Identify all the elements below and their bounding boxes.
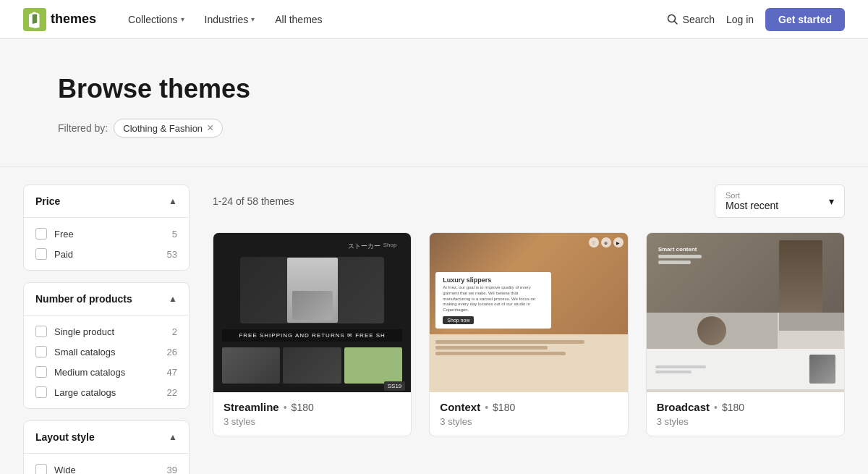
price-free-option[interactable]: Free 5 — [24, 224, 189, 244]
small-catalogs-checkbox[interactable] — [35, 346, 47, 357]
context-line-2 — [435, 346, 547, 350]
single-product-count: 2 — [172, 326, 177, 337]
broadcast-bottom-grid — [647, 313, 844, 349]
shipping-banner: FREE SHIPPING AND RETURNS ✉ FREE SH — [222, 329, 402, 342]
broadcast-circle-img — [697, 316, 726, 345]
broadcast-line-2 — [658, 261, 691, 264]
context-styles: 3 styles — [440, 416, 617, 427]
get-started-button[interactable]: Get started — [765, 8, 845, 31]
context-preview: ♡ ⊕ ▶ Luxury slippers At Inez, our goal … — [430, 233, 627, 392]
sort-value: Most recent — [726, 200, 778, 211]
themes-grid: ストーカー Shop FREE SHIPPING AND RETURNS ✉ F… — [213, 232, 845, 436]
nav-right: Search Log in Get started — [667, 8, 845, 31]
broadcast-price: $180 — [722, 402, 744, 413]
context-price: $180 — [493, 402, 515, 413]
layout-section-title: Layout style — [35, 431, 95, 443]
products-options: Single product 2 Small catalogs 26 Mediu… — [24, 316, 189, 408]
context-card-info: Context • $180 3 styles — [430, 392, 627, 436]
streamline-thumb-2 — [283, 347, 341, 384]
industries-label: Industries — [205, 14, 249, 25]
price-paid-label: Paid — [54, 249, 73, 260]
filter-tag-label: Clothing & Fashion — [123, 123, 203, 134]
streamline-card-info: Streamline • $180 3 styles — [213, 392, 411, 436]
streamline-name-link[interactable]: Streamline — [224, 401, 279, 413]
broadcast-left-img — [647, 313, 778, 349]
medium-catalogs-count: 47 — [167, 367, 177, 378]
price-options: Free 5 Paid 53 — [24, 218, 189, 270]
sidebar: Price ▲ Free 5 Paid 53 — [23, 185, 190, 474]
broadcast-preview: Smart content — [647, 233, 844, 392]
price-paid-checkbox[interactable] — [35, 248, 47, 260]
broadcast-right-panels — [779, 313, 844, 349]
single-product-option[interactable]: Single product 2 — [24, 321, 189, 342]
logo-link[interactable]: themes — [23, 8, 96, 31]
layout-chevron-icon: ▲ — [169, 432, 177, 442]
wide-checkbox[interactable] — [35, 464, 47, 474]
remove-filter-icon[interactable]: × — [207, 122, 213, 134]
price-paid-count: 53 — [167, 249, 177, 260]
context-line-1 — [435, 340, 584, 344]
context-icon-2: ⊕ — [601, 237, 611, 247]
layout-section-header[interactable]: Layout style ▲ — [24, 421, 189, 454]
products-filter-section: Number of products ▲ Single product 2 Sm… — [23, 282, 190, 409]
streamline-thumb-1 — [222, 347, 280, 384]
context-line-3 — [435, 352, 566, 355]
theme-card-streamline[interactable]: ストーカー Shop FREE SHIPPING AND RETURNS ✉ F… — [213, 232, 412, 436]
all-themes-label: All themes — [275, 14, 322, 25]
small-catalogs-option[interactable]: Small catalogs 26 — [24, 342, 189, 362]
shopify-logo-icon — [23, 8, 46, 31]
large-catalogs-count: 22 — [167, 387, 177, 398]
context-icon-1: ♡ — [589, 237, 599, 247]
login-button[interactable]: Log in — [726, 14, 754, 25]
broadcast-section-bottom — [647, 349, 844, 389]
context-icon-3: ▶ — [613, 237, 624, 247]
price-free-label: Free — [54, 229, 74, 240]
broadcast-section-img — [809, 355, 835, 384]
broadcast-name-link[interactable]: Broadcast — [657, 401, 710, 413]
broadcast-section-line-2 — [655, 371, 692, 373]
filtered-by-label: Filtered by: — [58, 122, 108, 134]
streamline-price: $180 — [292, 402, 314, 413]
context-overlay: Luxury slippers At Inez, our goal is to … — [435, 272, 551, 329]
price-free-checkbox[interactable] — [35, 228, 47, 240]
price-section-title: Price — [35, 195, 60, 207]
context-name-link[interactable]: Context — [440, 401, 480, 413]
large-catalogs-option[interactable]: Large catalogs 22 — [24, 382, 189, 402]
large-catalogs-checkbox[interactable] — [35, 386, 47, 398]
broadcast-text-overlay: Smart content — [658, 246, 716, 266]
medium-catalogs-option[interactable]: Medium catalogs 47 — [24, 362, 189, 382]
broadcast-smart-label: Smart content — [658, 246, 716, 253]
wide-option[interactable]: Wide 39 — [24, 460, 189, 474]
collections-label: Collections — [128, 14, 177, 25]
all-themes-nav-item[interactable]: All themes — [266, 9, 331, 30]
industries-chevron-icon: ▾ — [251, 15, 255, 23]
medium-catalogs-checkbox[interactable] — [35, 366, 47, 378]
medium-catalogs-label: Medium catalogs — [54, 367, 125, 378]
price-section-header[interactable]: Price ▲ — [24, 185, 189, 218]
price-chevron-icon: ▲ — [169, 196, 177, 206]
sort-dropdown[interactable]: Sort Most recent ▾ — [715, 185, 845, 218]
products-chevron-icon: ▲ — [169, 294, 177, 304]
products-section-header[interactable]: Number of products ▲ — [24, 283, 189, 316]
price-paid-option[interactable]: Paid 53 — [24, 244, 189, 264]
page-title: Browse themes — [58, 74, 810, 104]
broadcast-card-info: Broadcast • $180 3 styles — [647, 392, 844, 436]
industries-nav-item[interactable]: Industries ▾ — [196, 9, 264, 30]
collections-nav-item[interactable]: Collections ▾ — [119, 9, 192, 30]
search-button[interactable]: Search — [667, 14, 715, 25]
main-content: 1-24 of 58 themes Sort Most recent ▾ ストー… — [213, 185, 845, 474]
theme-card-broadcast[interactable]: Smart content — [646, 232, 845, 436]
collections-chevron-icon: ▾ — [181, 15, 184, 23]
context-shop-btn: Shop now — [443, 316, 474, 324]
streamline-styles: 3 styles — [224, 416, 401, 427]
products-section-title: Number of products — [35, 293, 132, 305]
wide-label: Wide — [54, 465, 76, 475]
single-product-checkbox[interactable] — [35, 326, 47, 337]
main-layout: Price ▲ Free 5 Paid 53 — [0, 167, 868, 474]
active-filter-tag[interactable]: Clothing & Fashion × — [114, 119, 223, 137]
price-filter-section: Price ▲ Free 5 Paid 53 — [23, 185, 190, 271]
theme-card-context[interactable]: ♡ ⊕ ▶ Luxury slippers At Inez, our goal … — [429, 232, 628, 436]
small-catalogs-label: Small catalogs — [54, 347, 116, 357]
hero-section: Browse themes Filtered by: Clothing & Fa… — [0, 39, 868, 167]
broadcast-line-1 — [658, 255, 702, 258]
